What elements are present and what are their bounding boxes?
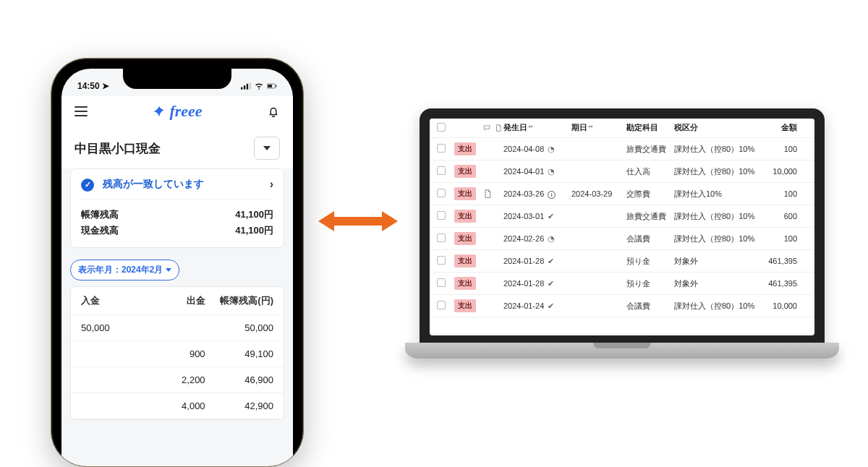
issue-date: 2024-03-26 i xyxy=(503,189,570,199)
issue-date: 2024-01-28 ✔ xyxy=(503,257,570,266)
sort-icon[interactable]: ˄˅ xyxy=(587,125,592,132)
type-tag: 支出 xyxy=(454,232,476,245)
check-icon: ✔ xyxy=(548,279,554,288)
account-title: 仕入高 xyxy=(626,166,673,177)
check-icon: ✔ xyxy=(548,212,554,220)
issue-date: 2024-04-01 ◔ xyxy=(503,167,570,176)
row-checkbox[interactable] xyxy=(437,144,446,153)
transaction-row[interactable]: 支出2024-03-01 ✔旅費交通費課対仕入（控80）10%600 xyxy=(430,205,814,228)
attachment-file-icon xyxy=(483,189,492,198)
row-checkbox[interactable] xyxy=(437,211,446,220)
balance-status-row[interactable]: ✓ 残高が一致しています › xyxy=(81,178,273,200)
account-header: 中目黒小口現金 xyxy=(61,127,293,168)
tax-class: 課対仕入（控80）10% xyxy=(674,211,761,222)
laptop-base xyxy=(405,343,839,359)
account-name: 中目黒小口現金 xyxy=(75,140,161,157)
account-title: 会議費 xyxy=(626,234,673,244)
amount: 600 xyxy=(762,212,800,220)
laptop-screen: 発生日 ˄˅ 期日 ˄˅ 勘定科目 税区分 金額 支出2024-04-08 ◔旅… xyxy=(420,108,825,343)
ledger-in xyxy=(81,374,143,385)
type-tag: 支出 xyxy=(454,165,476,178)
ledger-table: 入金 出金 帳簿残高(円) 50,00050,00090049,1002,200… xyxy=(70,286,284,420)
month-filter-pill[interactable]: 表示年月：2024年2月 xyxy=(70,260,179,280)
transaction-row[interactable]: 支出2024-04-01 ◔仕入高課対仕入（控80）10%10,000 xyxy=(430,160,814,183)
amount: 100 xyxy=(762,145,800,153)
battery-icon xyxy=(267,82,277,90)
book-balance-row: 帳簿残高 41,100円 xyxy=(81,207,273,223)
ledger-header: 入金 出金 帳簿残高(円) xyxy=(71,287,284,315)
svg-rect-0 xyxy=(241,87,242,90)
ledger-out: 900 xyxy=(143,348,205,359)
tax-class: 課対仕入（控80）10% xyxy=(674,166,761,177)
ledger-row[interactable]: 2,20046,900 xyxy=(71,367,284,393)
clock-icon: ◔ xyxy=(548,234,555,243)
issue-date: 2024-02-26 ◔ xyxy=(503,234,570,244)
ledger-row[interactable]: 4,00042,900 xyxy=(71,393,284,419)
tax-class: 課対仕入（控80）10% xyxy=(674,144,761,155)
transaction-row[interactable]: 支出2024-01-28 ✔預り金対象外461,395 xyxy=(430,250,814,273)
account-title: 預り金 xyxy=(626,278,673,289)
row-checkbox[interactable] xyxy=(437,301,446,309)
laptop-hinge-notch xyxy=(593,343,651,348)
balance-card: ✓ 残高が一致しています › 帳簿残高 41,100円 現金残高 41,100円 xyxy=(70,168,284,248)
transaction-row[interactable]: 支出2024-02-26 ◔会議費課対仕入（控80）10%100 xyxy=(430,228,814,250)
transaction-row[interactable]: 支出2024-01-24 ✔会議費課対仕入（控80）10%10,000 xyxy=(430,295,814,317)
sort-icon[interactable]: ˄˅ xyxy=(527,125,532,132)
amount: 461,395 xyxy=(762,257,800,265)
type-tag: 支出 xyxy=(454,254,476,267)
sync-arrow-icon xyxy=(318,210,398,233)
svg-rect-3 xyxy=(250,82,251,89)
status-time: 14:50 ➤ xyxy=(77,81,109,91)
type-tag: 支出 xyxy=(454,277,476,290)
account-title: 会議費 xyxy=(626,301,673,312)
transaction-row[interactable]: 支出2024-04-08 ◔旅費交通費課対仕入（控80）10%100 xyxy=(430,138,814,160)
comment-icon[interactable] xyxy=(483,124,490,132)
ledger-out: 2,200 xyxy=(143,374,205,385)
tax-class: 対象外 xyxy=(674,278,761,289)
account-title: 旅費交通費 xyxy=(626,144,673,155)
row-checkbox[interactable] xyxy=(437,278,446,287)
ledger-row[interactable]: 90049,100 xyxy=(71,341,284,367)
phone-screen: 14:50 ➤ freee 中目黒小口現金 xyxy=(61,69,293,467)
type-tag: 支出 xyxy=(454,299,476,312)
check-circle-icon: ✓ xyxy=(81,179,94,192)
transactions-table: 発生日 ˄˅ 期日 ˄˅ 勘定科目 税区分 金額 支出2024-04-08 ◔旅… xyxy=(430,119,814,335)
tax-class: 対象外 xyxy=(674,256,761,267)
type-tag: 支出 xyxy=(454,142,476,155)
amount: 10,000 xyxy=(762,167,800,176)
row-checkbox[interactable] xyxy=(437,256,446,265)
location-icon: ➤ xyxy=(102,81,109,91)
ledger-row[interactable]: 50,00050,000 xyxy=(71,315,284,341)
menu-icon[interactable] xyxy=(75,106,88,116)
row-checkbox[interactable] xyxy=(437,166,446,175)
app-bar: freee xyxy=(61,96,293,127)
freee-bird-icon xyxy=(152,104,166,119)
chevron-right-icon: › xyxy=(270,178,273,191)
type-tag: 支出 xyxy=(454,210,476,223)
account-dropdown-button[interactable] xyxy=(254,137,280,160)
tax-class: 課対仕入（控80）10% xyxy=(674,234,761,244)
transaction-row[interactable]: 支出2024-03-26 i2024-03-29交際費課対仕入10%100 xyxy=(430,183,814,205)
type-tag: 支出 xyxy=(454,187,476,200)
svg-rect-2 xyxy=(247,84,248,90)
signal-icon xyxy=(241,82,251,90)
select-all-checkbox[interactable] xyxy=(437,123,446,132)
check-icon: ✔ xyxy=(548,301,554,310)
bell-icon[interactable] xyxy=(267,105,280,118)
row-checkbox[interactable] xyxy=(437,234,446,242)
ledger-balance: 42,900 xyxy=(205,400,273,411)
app-logo: freee xyxy=(152,102,202,121)
ledger-balance: 49,100 xyxy=(205,348,273,359)
ledger-in xyxy=(81,348,143,359)
ledger-out: 4,000 xyxy=(143,400,205,411)
laptop-device: 発生日 ˄˅ 期日 ˄˅ 勘定科目 税区分 金額 支出2024-04-08 ◔旅… xyxy=(405,108,839,359)
file-icon[interactable] xyxy=(495,124,502,132)
row-checkbox[interactable] xyxy=(437,189,446,197)
transaction-row[interactable]: 支出2024-01-28 ✔預り金対象外461,395 xyxy=(430,273,814,295)
tax-class: 課対仕入（控80）10% xyxy=(674,301,761,312)
svg-marker-7 xyxy=(318,211,398,231)
ledger-balance: 46,900 xyxy=(205,374,273,385)
ledger-in xyxy=(81,400,143,411)
info-icon: i xyxy=(548,191,556,199)
account-title: 預り金 xyxy=(626,256,673,267)
